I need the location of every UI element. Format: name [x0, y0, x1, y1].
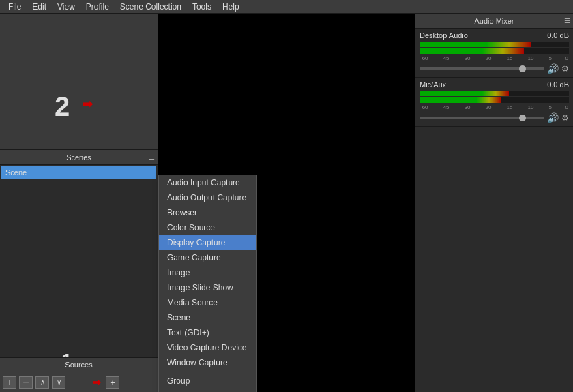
ctx-deprecated[interactable]: Deprecated ►: [159, 389, 256, 392]
mic-aux-controls: 🔊 ⚙: [420, 112, 569, 123]
desktop-audio-label: Desktop Audio: [420, 31, 468, 40]
add-source-btn[interactable]: +: [106, 376, 119, 389]
scenes-list: Scene: [0, 165, 158, 372]
add-scene-btn[interactable]: +: [3, 376, 16, 389]
scenes-panel-config-btn[interactable]: ☰: [149, 153, 155, 161]
mic-aux-header: Mic/Aux 0.0 dB: [420, 80, 569, 89]
menu-edit[interactable]: Edit: [27, 1, 52, 13]
ctx-window-capture[interactable]: Window Capture: [159, 355, 256, 370]
audio-mixer-config-btn[interactable]: ☰: [564, 17, 570, 25]
mic-aux-settings-btn[interactable]: ⚙: [561, 113, 569, 123]
menu-file[interactable]: File: [3, 1, 27, 13]
mic-aux-meter-top: [420, 91, 569, 96]
ctx-separator: [159, 372, 256, 372]
ctx-audio-input[interactable]: Audio Input Capture: [159, 175, 256, 190]
desktop-audio-header: Desktop Audio 0.0 dB: [420, 31, 569, 40]
desktop-audio-settings-btn[interactable]: ⚙: [561, 64, 569, 74]
ctx-scene[interactable]: Scene: [159, 310, 256, 325]
audio-mixer: Audio Mixer ☰ Desktop Audio 0.0 dB -60-4…: [415, 14, 573, 392]
scenes-panel-header: Scenes ☰: [0, 150, 158, 165]
menu-scene-collection[interactable]: Scene Collection: [115, 1, 187, 13]
audio-mixer-header: Audio Mixer ☰: [415, 14, 573, 29]
sources-panel-config-btn[interactable]: ☰: [149, 361, 155, 369]
menu-tools[interactable]: Tools: [187, 1, 217, 13]
mic-aux-channel: Mic/Aux 0.0 dB -60-45-30-20-15-10-50 🔊: [415, 78, 573, 127]
mic-aux-db: 0.0 dB: [547, 80, 569, 89]
desktop-audio-mute-btn[interactable]: 🔊: [547, 63, 559, 74]
menu-profile[interactable]: Profile: [80, 1, 115, 13]
menu-help[interactable]: Help: [217, 1, 245, 13]
sources-panel-header: Sources ☰: [0, 357, 158, 372]
scene-item[interactable]: Scene: [1, 166, 156, 179]
ctx-display-capture[interactable]: Display Capture: [159, 235, 256, 250]
audio-mixer-title: Audio Mixer: [474, 17, 514, 25]
ctx-group[interactable]: Group: [159, 374, 256, 389]
ctx-game-capture[interactable]: Game Capture: [159, 250, 256, 265]
mic-aux-thumb[interactable]: [519, 115, 526, 121]
right-panel: Audio Mixer ☰ Desktop Audio 0.0 dB -60-4…: [415, 14, 573, 392]
mic-aux-meter-bottom: [420, 97, 569, 103]
ctx-image-slideshow[interactable]: Image Slide Show: [159, 280, 256, 295]
mic-aux-mute-btn[interactable]: 🔊: [547, 112, 559, 123]
ctx-browser[interactable]: Browser: [159, 205, 256, 220]
menu-bar: File Edit View Profile Scene Collection …: [0, 0, 573, 14]
move-down-btn[interactable]: ∨: [52, 376, 65, 389]
ctx-video-capture[interactable]: Video Capture Device: [159, 340, 256, 355]
desktop-audio-scale: -60-45-30-20-15-10-50: [420, 55, 569, 61]
scenes-controls: + − ∧ ∨ Sources ☰ ➡ +: [0, 372, 158, 392]
mic-aux-slider[interactable]: [420, 117, 544, 119]
desktop-audio-controls: 🔊 ⚙: [420, 63, 569, 74]
arrow-indicator-2: ➡: [82, 95, 93, 112]
ctx-media-source[interactable]: Media Source: [159, 295, 256, 310]
ctx-audio-output[interactable]: Audio Output Capture: [159, 190, 256, 205]
desktop-audio-thumb[interactable]: [519, 65, 526, 72]
scenes-title: Scenes: [66, 153, 91, 162]
arrow-indicator-1: ➡: [92, 376, 101, 389]
left-panel: 2 ➡ Scenes ☰ Scene 1 + − ∧ ∨ S: [0, 14, 158, 392]
desktop-audio-meter-bottom: [420, 48, 569, 54]
mic-aux-label: Mic/Aux: [420, 80, 446, 89]
remove-scene-btn[interactable]: −: [19, 376, 33, 389]
move-up-btn[interactable]: ∧: [35, 376, 49, 389]
scene-preview-thumbnail: 2 ➡: [0, 14, 158, 150]
ctx-image[interactable]: Image: [159, 265, 256, 280]
scenes-panel: Scenes ☰ Scene: [0, 150, 158, 372]
menu-view[interactable]: View: [52, 1, 80, 13]
mic-aux-scale: -60-45-30-20-15-10-50: [420, 104, 569, 110]
desktop-audio-slider[interactable]: [420, 67, 544, 70]
desktop-audio-channel: Desktop Audio 0.0 dB -60-45-30-20-15-10-…: [415, 29, 573, 78]
main-layout: 2 ➡ Scenes ☰ Scene 1 + − ∧ ∨ S: [0, 14, 573, 392]
mic-aux-fill-bottom: [420, 97, 501, 103]
desktop-audio-fill-bottom: [420, 48, 524, 54]
center-preview: Audio Input Capture Audio Output Capture…: [158, 14, 415, 392]
desktop-audio-fill-top: [420, 42, 531, 47]
mic-aux-fill-top: [420, 91, 509, 96]
desktop-audio-meter-top: [420, 42, 569, 47]
desktop-audio-db: 0.0 dB: [547, 31, 569, 40]
context-menu: Audio Input Capture Audio Output Capture…: [158, 175, 257, 392]
sources-title: Sources: [65, 361, 92, 369]
ctx-text-gdi[interactable]: Text (GDI+): [159, 325, 256, 340]
step-label-2: 2: [55, 91, 70, 122]
ctx-color-source[interactable]: Color Source: [159, 220, 256, 235]
